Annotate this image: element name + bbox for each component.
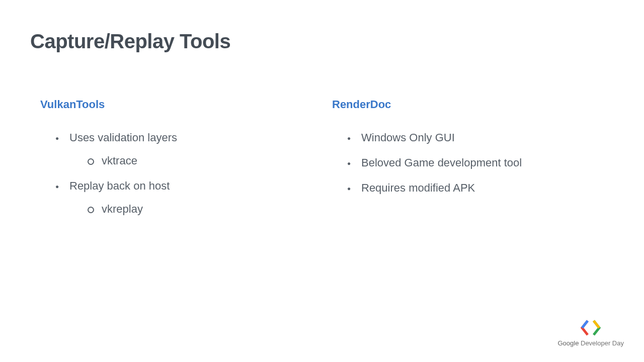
list-item: Uses validation layers vktrace [40, 131, 302, 167]
left-heading: VulkanTools [40, 98, 302, 111]
footer-logo: Google Developer Day [557, 319, 624, 347]
slide-title: Capture/Replay Tools [30, 30, 614, 53]
sub-list: vktrace [69, 154, 302, 167]
sub-list-item: vktrace [69, 154, 302, 167]
column-right: RenderDoc Windows Only GUI Beloved Game … [322, 98, 614, 228]
list-item: Beloved Game development tool [332, 156, 614, 169]
right-heading: RenderDoc [332, 98, 614, 111]
column-left: VulkanTools Uses validation layers vktra… [30, 98, 322, 228]
left-list: Uses validation layers vktrace Replay ba… [40, 131, 302, 216]
right-list: Windows Only GUI Beloved Game developmen… [332, 131, 614, 195]
list-item-text: Uses validation layers [69, 131, 177, 144]
list-item: Requires modified APK [332, 182, 614, 195]
sub-list-item: vkreplay [69, 203, 302, 216]
slide: Capture/Replay Tools VulkanTools Uses va… [0, 0, 644, 362]
footer-rest: Developer Day [579, 339, 624, 347]
footer-brand: Google [557, 339, 579, 347]
list-item-text: Replay back on host [69, 179, 170, 192]
list-item: Windows Only GUI [332, 131, 614, 144]
columns: VulkanTools Uses validation layers vktra… [30, 98, 614, 228]
footer-text: Google Developer Day [557, 339, 624, 347]
list-item: Replay back on host vkreplay [40, 179, 302, 216]
brackets-icon [557, 319, 624, 336]
sub-list: vkreplay [69, 203, 302, 216]
